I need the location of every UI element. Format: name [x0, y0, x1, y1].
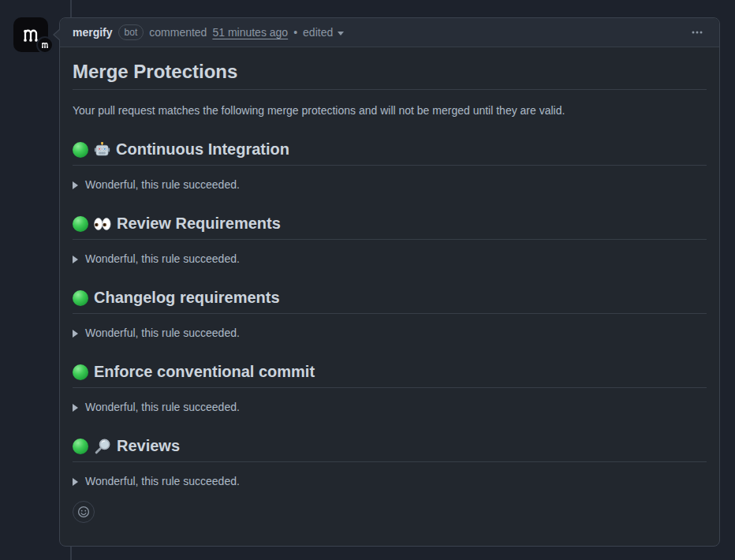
section-heading-reviews: Reviews	[73, 436, 707, 462]
mergify-badge-logo-icon	[40, 40, 50, 50]
author-link[interactable]: mergify	[73, 26, 113, 39]
comment-header: mergify bot commented 51 minutes ago • e…	[60, 18, 719, 47]
kebab-menu-button[interactable]	[688, 23, 707, 42]
comment-body: Merge Protections Your pull request matc…	[60, 47, 719, 536]
green-circle-emoji	[73, 142, 88, 158]
section-title: Review Requirements	[117, 214, 281, 233]
rule-details: Wonderful, this rule succeeded.	[73, 325, 707, 342]
mergify-avatar[interactable]	[13, 17, 48, 52]
section-heading-continuous-integration: Continuous Integration	[73, 140, 707, 166]
bot-badge: bot	[118, 24, 144, 40]
details-toggle[interactable]: Wonderful, this rule succeeded.	[73, 399, 707, 416]
green-circle-emoji	[73, 290, 88, 306]
commented-text: commented	[149, 26, 207, 39]
details-marker-icon	[73, 181, 78, 189]
kebab-horizontal-icon	[691, 26, 703, 39]
edited-dropdown-button[interactable]: edited	[303, 26, 344, 39]
rule-details: Wonderful, this rule succeeded.	[73, 251, 707, 267]
section-title: Reviews	[117, 436, 180, 456]
comment-card: mergify bot commented 51 minutes ago • e…	[59, 17, 720, 547]
smiley-icon	[77, 506, 90, 518]
green-circle-emoji	[73, 364, 88, 380]
section-title: Continuous Integration	[116, 140, 289, 159]
separator-dot: •	[293, 26, 297, 39]
section-heading-changelog-requirements: Changelog requirements	[73, 288, 707, 314]
eyes-emoji	[94, 218, 111, 230]
details-summary-text: Wonderful, this rule succeeded.	[85, 325, 240, 342]
section-title: Changelog requirements	[94, 288, 280, 308]
edited-label: edited	[303, 26, 333, 39]
avatar-bot-badge	[36, 36, 54, 54]
merge-protections-title: Merge Protections	[73, 60, 707, 90]
details-toggle[interactable]: Wonderful, this rule succeeded.	[73, 177, 707, 193]
rule-details: Wonderful, this rule succeeded.	[73, 177, 707, 193]
add-reaction-button[interactable]	[73, 501, 95, 523]
timestamp-link[interactable]: 51 minutes ago	[212, 26, 288, 39]
section-title: Enforce conventional commit	[94, 362, 315, 382]
details-summary-text: Wonderful, this rule succeeded.	[85, 399, 240, 416]
details-summary-text: Wonderful, this rule succeeded.	[85, 473, 240, 490]
green-circle-emoji	[73, 439, 88, 454]
details-summary-text: Wonderful, this rule succeeded.	[85, 251, 240, 267]
details-toggle[interactable]: Wonderful, this rule succeeded.	[73, 325, 707, 342]
chevron-down-icon	[338, 32, 344, 35]
comment-caret-fill	[54, 29, 61, 40]
details-marker-icon	[73, 478, 78, 486]
details-marker-icon	[73, 256, 78, 263]
rule-details: Wonderful, this rule succeeded.	[73, 399, 707, 416]
robot-emoji	[94, 141, 110, 158]
details-marker-icon	[73, 330, 78, 338]
details-toggle[interactable]: Wonderful, this rule succeeded.	[73, 251, 707, 267]
rule-details: Wonderful, this rule succeeded.	[73, 473, 707, 490]
section-heading-review-requirements: Review Requirements	[73, 214, 707, 240]
details-summary-text: Wonderful, this rule succeeded.	[85, 177, 240, 193]
section-heading-enforce-conventional-commit: Enforce conventional commit	[73, 362, 707, 388]
details-toggle[interactable]: Wonderful, this rule succeeded.	[73, 473, 707, 490]
details-marker-icon	[73, 404, 78, 412]
magnifying-glass-emoji	[94, 438, 111, 455]
intro-text: Your pull request matches the following …	[73, 103, 707, 119]
green-circle-emoji	[73, 216, 88, 232]
